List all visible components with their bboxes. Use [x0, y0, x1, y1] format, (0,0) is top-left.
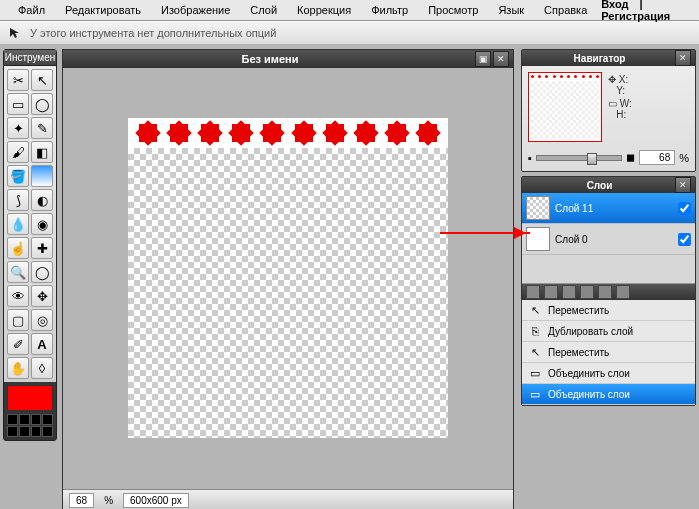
- status-bar: 68 % 600x600 px: [63, 489, 513, 509]
- layer-name[interactable]: Слой 0: [555, 234, 673, 245]
- clone-tool[interactable]: ⟆: [7, 189, 29, 211]
- context-menu: ↖Переместить ⎘Дублировать слой ↖Перемест…: [522, 283, 695, 405]
- history-item[interactable]: ▭Объединить слои: [522, 363, 695, 384]
- document-title: Без имени: [67, 53, 473, 65]
- gradient-tool[interactable]: [31, 165, 53, 187]
- shape-icon: [263, 124, 281, 142]
- menu-lang[interactable]: Язык: [488, 4, 534, 16]
- canvas-dimensions: 600x600 px: [123, 493, 189, 508]
- history-item[interactable]: ⎘Дублировать слой: [522, 321, 695, 342]
- eyedrop-tool[interactable]: ✐: [7, 333, 29, 355]
- toolbox-title: Инструмен: [4, 50, 56, 66]
- menu-image[interactable]: Изображение: [151, 4, 240, 16]
- type-tool[interactable]: A: [31, 333, 53, 355]
- shape-icon: [326, 124, 344, 142]
- navigator-title: Навигатор: [526, 53, 673, 64]
- replace-tool[interactable]: ◐: [31, 189, 53, 211]
- color-swatches[interactable]: [7, 414, 53, 437]
- zoom-out-icon[interactable]: ▪: [528, 152, 532, 164]
- shape-icon: [201, 124, 219, 142]
- menu-adjust[interactable]: Коррекция: [287, 4, 361, 16]
- menu-help[interactable]: Справка: [534, 4, 597, 16]
- shape-row: [128, 124, 448, 142]
- canvas-viewport[interactable]: [63, 68, 513, 488]
- bloat-tool[interactable]: ◎: [31, 309, 53, 331]
- toolbar-btn[interactable]: [562, 285, 576, 299]
- menu-filter[interactable]: Фильтр: [361, 4, 418, 16]
- layers-list: Слой 11 Слой 0: [522, 193, 695, 283]
- shape-tool[interactable]: ▢: [7, 309, 29, 331]
- layer-thumb: [526, 196, 550, 220]
- history-item[interactable]: ↖Переместить: [522, 300, 695, 321]
- maximize-button[interactable]: ▣: [475, 51, 491, 67]
- document-titlebar[interactable]: Без имени ▣ ✕: [63, 50, 513, 68]
- workspace: Инструмен ✂ ↖ ▭ ◯ ✦ ✎ 🖌 ◧ 🪣 ⟆ ◐ 💧 ◉ ☝ ✚ …: [0, 44, 699, 509]
- history-item[interactable]: ▭Объединить слои: [522, 384, 695, 405]
- heal-tool[interactable]: ✚: [31, 237, 53, 259]
- canvas[interactable]: [128, 118, 448, 438]
- shape-icon: [170, 124, 188, 142]
- merge-icon: ▭: [528, 387, 542, 401]
- zoom-value[interactable]: 68: [69, 493, 94, 508]
- shape-icon: [139, 124, 157, 142]
- hand-tool[interactable]: ✋: [7, 357, 29, 379]
- navigator-info: ✥ X: Y: ▭ W: H:: [608, 72, 689, 142]
- eraser-tool[interactable]: ◧: [31, 141, 53, 163]
- pencil-tool[interactable]: ✎: [31, 117, 53, 139]
- layer-row[interactable]: Слой 0: [522, 224, 695, 255]
- navigator-panel: Навигатор ✕ ✥ X: Y: ▭ W: H: ▪ ◼ 68 %: [521, 49, 696, 172]
- menu-edit[interactable]: Редактировать: [55, 4, 151, 16]
- menu-file[interactable]: Файл: [8, 4, 55, 16]
- redeye-tool[interactable]: 👁: [7, 285, 29, 307]
- duplicate-icon: ⎘: [528, 324, 542, 338]
- dodge-tool[interactable]: ◯: [31, 261, 53, 283]
- menu-layer[interactable]: Слой: [240, 4, 287, 16]
- wand-tool[interactable]: ✦: [7, 117, 29, 139]
- extra-tool[interactable]: ◊: [31, 357, 53, 379]
- shape-icon: [295, 124, 313, 142]
- move-icon: ↖: [528, 303, 542, 317]
- shape-icon: [357, 124, 375, 142]
- layer-visible-checkbox[interactable]: [678, 233, 691, 246]
- pinch-tool[interactable]: ✥: [31, 285, 53, 307]
- foreground-color[interactable]: [7, 385, 53, 411]
- navigator-close[interactable]: ✕: [675, 50, 691, 66]
- layer-row[interactable]: Слой 11: [522, 193, 695, 224]
- login-link[interactable]: Вход: [597, 0, 632, 10]
- layers-close[interactable]: ✕: [675, 177, 691, 193]
- menu-view[interactable]: Просмотр: [418, 4, 488, 16]
- brush-tool[interactable]: 🖌: [7, 141, 29, 163]
- layer-name[interactable]: Слой 11: [555, 203, 673, 214]
- lasso-tool[interactable]: ◯: [31, 93, 53, 115]
- toolbar-btn[interactable]: [616, 285, 630, 299]
- zoom-tool[interactable]: 🔍: [7, 261, 29, 283]
- toolbar-btn[interactable]: [598, 285, 612, 299]
- zoom-in-icon[interactable]: ◼: [626, 151, 635, 164]
- navigator-zoom-value[interactable]: 68: [639, 150, 675, 165]
- register-link[interactable]: Регистрация: [597, 10, 674, 22]
- crop-tool[interactable]: ✂: [7, 69, 29, 91]
- navigator-thumb[interactable]: [528, 72, 602, 142]
- toolbar-btn[interactable]: [580, 285, 594, 299]
- layer-visible-checkbox[interactable]: [678, 202, 691, 215]
- move-tool-icon: [6, 24, 24, 42]
- shape-icon: [419, 124, 437, 142]
- marquee-tool[interactable]: ▭: [7, 93, 29, 115]
- auth-links: Вход | Регистрация: [597, 0, 691, 22]
- close-button[interactable]: ✕: [493, 51, 509, 67]
- toolbar-btn[interactable]: [526, 285, 540, 299]
- toolbar-btn[interactable]: [544, 285, 558, 299]
- smudge-tool[interactable]: ☝: [7, 237, 29, 259]
- sponge-tool[interactable]: ◉: [31, 213, 53, 235]
- bucket-tool[interactable]: 🪣: [7, 165, 29, 187]
- auth-sep: |: [636, 0, 647, 10]
- options-text: У этого инструмента нет дополнительных о…: [30, 27, 276, 39]
- blur-tool[interactable]: 💧: [7, 213, 29, 235]
- history-toolbar: [522, 284, 695, 300]
- history-item[interactable]: ↖Переместить: [522, 342, 695, 363]
- navigator-zoom-slider[interactable]: ▪ ◼ 68 %: [522, 148, 695, 171]
- navigator-zoom-unit: %: [679, 152, 689, 164]
- zoom-unit: %: [104, 495, 113, 506]
- menu-bar: Файл Редактировать Изображение Слой Корр…: [0, 0, 699, 21]
- move-tool[interactable]: ↖: [31, 69, 53, 91]
